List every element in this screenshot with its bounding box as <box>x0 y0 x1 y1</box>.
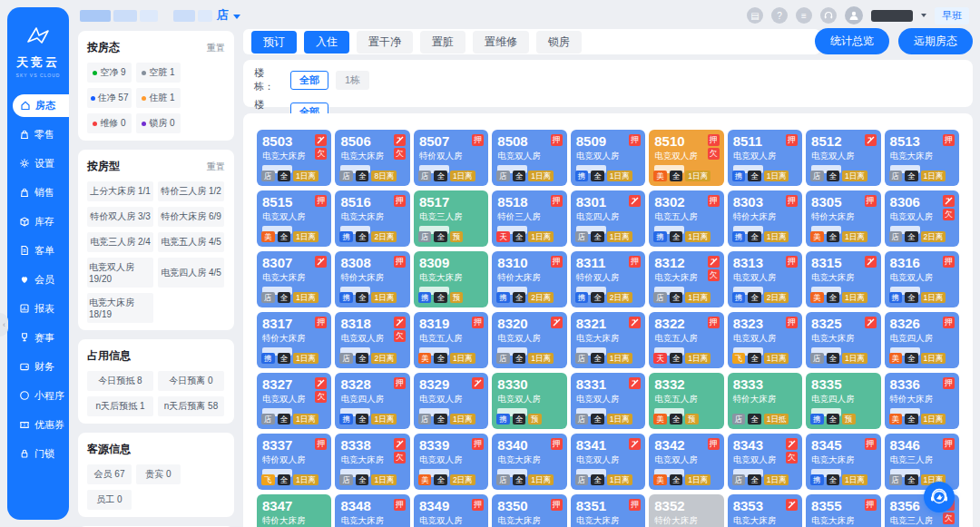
headset-icon[interactable] <box>820 7 837 24</box>
filter-chip[interactable]: 上分大床房 1/1 <box>87 181 153 201</box>
filter-chip[interactable]: 住脏 1 <box>136 88 181 108</box>
filter-chip[interactable]: 今日预离 0 <box>158 371 224 391</box>
room-card-8518[interactable]: 8518特价三人房天全1日离押 <box>492 190 566 247</box>
filter-chip[interactable]: 今日预抵 8 <box>87 371 153 391</box>
room-card-8506[interactable]: 8506电竞大床房店全8日离欠 <box>335 130 409 186</box>
room-card-8508[interactable]: 8508电竞双人房店全1日离押 <box>492 130 566 186</box>
room-card-8341[interactable]: 8341电竞双人房店全1日离 <box>571 434 645 490</box>
room-card-8316[interactable]: 8316电竞双人房携全1日离押 <box>885 251 959 307</box>
avatar[interactable] <box>845 6 863 24</box>
room-card-8516[interactable]: 8516电竞大床房携全2日离押 <box>335 190 409 247</box>
building-option-全部[interactable]: 全部 <box>290 71 328 90</box>
filter-chip[interactable]: 空净 9 <box>87 63 132 83</box>
action-button-置干净[interactable]: 置干净 <box>357 31 413 54</box>
room-card-8331[interactable]: 8331电竞双人房店全1日离 <box>571 373 645 429</box>
room-card-8515[interactable]: 8515电竞双人房美全1日离押 <box>257 190 331 247</box>
room-card-8510[interactable]: 8510电竞双人房美全1日离押欠 <box>649 130 723 186</box>
sidebar-item-销售[interactable]: 销售 <box>7 181 69 204</box>
filter-chip[interactable]: 特价大床房 6/9 <box>158 207 224 227</box>
filter-chip[interactable]: 电竞三人房 2/4 <box>87 232 153 252</box>
action-button-锁房[interactable]: 锁房 <box>536 31 582 54</box>
room-card-8511[interactable]: 8511电竞双人房携全1日离押 <box>728 130 802 186</box>
room-card-8339[interactable]: 8339电竞双人房美全2日离押 <box>414 434 488 490</box>
filter-chip[interactable]: 电竞双人房 19/20 <box>87 258 153 288</box>
room-card-8512[interactable]: 8512电竞双人房店全1日离 <box>806 130 880 186</box>
room-card-8340[interactable]: 8340电竞大床房店全1日离押 <box>492 434 566 490</box>
doc-icon[interactable]: ▤ <box>747 7 763 24</box>
nav-button-统计总览[interactable]: 统计总览 <box>815 28 889 54</box>
room-card-8301[interactable]: 8301电竞四人房店全1日离 <box>571 190 645 247</box>
sidebar-item-门锁[interactable]: 门锁 <box>7 443 69 465</box>
room-card-8330[interactable]: 8330电竞双人房携全预 <box>492 373 566 429</box>
room-card-8311[interactable]: 8311特价双人房携全2日离押 <box>571 251 645 307</box>
room-card-8337[interactable]: 8337特价双人房飞全1日离押 <box>257 434 331 490</box>
action-button-入住[interactable]: 入住 <box>304 31 349 54</box>
sidebar-item-报表[interactable]: 报表 <box>7 298 69 320</box>
room-card-8317[interactable]: 8317特价大床房携全1日离押 <box>257 312 331 368</box>
filter-chip[interactable]: 电竞五人房 4/5 <box>158 232 224 252</box>
room-card-8336[interactable]: 8336特价大床房美全1日离押 <box>885 373 959 429</box>
room-card-8325[interactable]: 8325电竞大床房店全1日离 <box>806 312 880 368</box>
room-card-8329[interactable]: 8329电竞双人房店全1日离 <box>414 373 488 429</box>
room-card-8312[interactable]: 8312电竞大床房店全1日离欠 <box>649 251 723 307</box>
room-card-8320[interactable]: 8320电竞双人房店全1日离 <box>492 312 566 368</box>
room-card-8350[interactable]: 8350电竞大床房店全1日离押 <box>492 494 566 527</box>
filter-chip[interactable]: 住净 57 <box>87 88 132 108</box>
shift-badge[interactable]: 早班 <box>935 7 969 24</box>
filter-chip[interactable]: 特价双人房 3/3 <box>87 207 153 227</box>
room-card-8315[interactable]: 8315电竞大床房美全1日离 <box>806 251 880 307</box>
room-card-8509[interactable]: 8509电竞双人房携全1日离押 <box>571 130 645 186</box>
room-card-8318[interactable]: 8318电竞双人房店全2日离欠 <box>335 312 409 368</box>
filter-chip[interactable]: n天后预离 58 <box>158 396 224 416</box>
filter-chip[interactable]: n天后预抵 1 <box>87 396 153 416</box>
room-card-8352[interactable]: 8352特价大床房 <box>649 494 723 527</box>
filter-chip[interactable]: 会员 67 <box>87 464 132 484</box>
customer-service-button[interactable] <box>924 482 955 512</box>
filter-chip[interactable]: 电竞大床房 18/19 <box>87 293 153 323</box>
room-card-8302[interactable]: 8302电竞五人房携全1日离押 <box>649 190 723 247</box>
room-card-8313[interactable]: 8313电竞双人房携全2日离押 <box>728 251 802 307</box>
room-card-8342[interactable]: 8342电竞双人房美全1日离押 <box>649 434 723 490</box>
list-icon[interactable]: ≡ <box>796 7 812 24</box>
sidebar-item-库存[interactable]: 库存 <box>7 210 69 233</box>
room-card-8355[interactable]: 8355电竞大床房店全1日离押 <box>806 494 880 527</box>
reset-link[interactable]: 重置 <box>207 42 225 54</box>
sidebar-item-房态[interactable]: 房态 <box>13 94 69 117</box>
room-card-8327[interactable]: 8327电竞双人房店全1日离欠 <box>257 373 331 429</box>
room-card-8328[interactable]: 8328电竞四人房携全1日离押 <box>335 373 409 429</box>
room-card-8323[interactable]: 8323电竞双人房飞全1日离押 <box>728 312 802 368</box>
sidebar-item-零售[interactable]: 零售 <box>7 123 69 146</box>
room-card-8308[interactable]: 8308特价大床房携全1日离押 <box>335 251 409 307</box>
room-card-8321[interactable]: 8321电竞大床房店全1日离 <box>571 312 645 368</box>
filter-chip[interactable]: 维修 0 <box>87 113 132 133</box>
room-card-8333[interactable]: 8333特价大床房店全1日抵 <box>728 373 802 429</box>
room-card-8351[interactable]: 8351电竞大床房店全1日离押 <box>571 494 645 527</box>
filter-chip[interactable]: 贵宾 0 <box>136 464 181 484</box>
action-button-置维修[interactable]: 置维修 <box>473 31 529 54</box>
room-card-8310[interactable]: 8310特价大床房携全2日离押 <box>492 251 566 307</box>
sidebar-item-客单[interactable]: 客单 <box>7 239 69 262</box>
sidebar-item-财务[interactable]: 财务 <box>7 356 69 378</box>
room-card-8307[interactable]: 8307电竞大床房店全1日离 <box>257 251 331 307</box>
sidebar-item-小程序[interactable]: 小程序 <box>7 385 69 407</box>
store-selector[interactable]: 店 <box>80 7 240 24</box>
room-card-8326[interactable]: 8326电竞四人房美全1日离押 <box>885 312 959 368</box>
room-card-8353[interactable]: 8353电竞大床房店全1日离 <box>728 494 802 527</box>
room-card-8513[interactable]: 8513电竞大床房店全1日离押 <box>885 130 959 186</box>
room-card-8309[interactable]: 8309电竞大床房携全预 <box>414 251 488 307</box>
action-button-置脏[interactable]: 置脏 <box>420 31 466 54</box>
room-card-8517[interactable]: 8517电竞三人房店全预 <box>414 190 488 247</box>
room-card-8503[interactable]: 8503电竞大床房店全1日离欠 <box>257 130 331 186</box>
room-card-8349[interactable]: 8349电竞双人房店全1日离押 <box>414 494 488 527</box>
building-option-1栋[interactable]: 1栋 <box>336 71 369 90</box>
room-card-8346[interactable]: 8346电竞三人房店全1日离押 <box>885 434 959 490</box>
help-icon[interactable]: ? <box>771 7 788 24</box>
room-card-8507[interactable]: 8507特价双人房店全1日离押 <box>414 130 488 186</box>
filter-chip[interactable]: 员工 0 <box>87 490 132 510</box>
filter-chip[interactable]: 空脏 1 <box>136 63 181 83</box>
sidebar-item-会员[interactable]: 会员 <box>7 268 69 291</box>
room-card-8305[interactable]: 8305特价大床房美全1日离押 <box>806 190 880 247</box>
sidebar-item-优惠券[interactable]: 优惠券 <box>7 414 69 436</box>
room-card-8343[interactable]: 8343电竞双人房店全1日离欠 <box>728 434 802 490</box>
room-card-8319[interactable]: 8319电竞五人房美全1日离押 <box>414 312 488 368</box>
